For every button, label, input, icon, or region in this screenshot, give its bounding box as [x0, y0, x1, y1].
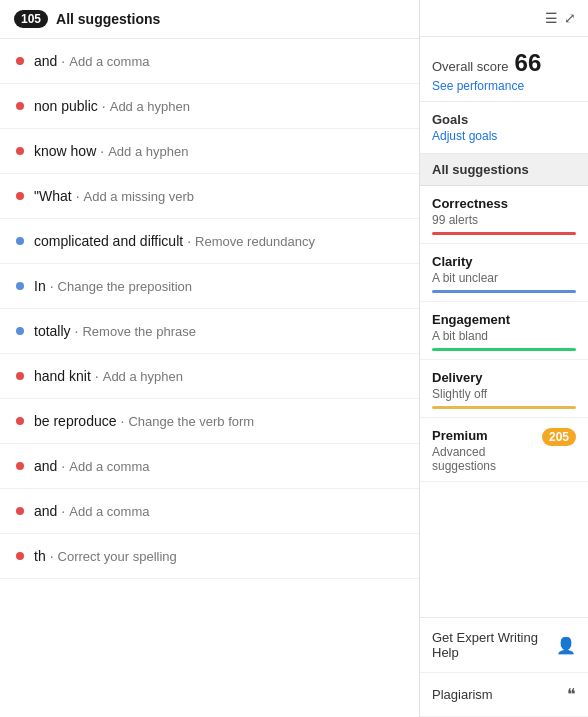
- bottom-icon: ❝: [567, 685, 576, 704]
- suggestion-item[interactable]: and·Add a comma: [0, 444, 419, 489]
- left-panel: 105 All suggestions and·Add a commanon p…: [0, 0, 420, 717]
- overall-score-label: Overall score: [432, 59, 509, 74]
- category-sub: 99 alerts: [432, 213, 576, 227]
- suggestion-item[interactable]: know how·Add a hyphen: [0, 129, 419, 174]
- suggestion-item[interactable]: non public·Add a hyphen: [0, 84, 419, 129]
- suggestion-text: complicated and difficult·Remove redunda…: [34, 233, 315, 249]
- suggestions-list: and·Add a commanon public·Add a hyphenkn…: [0, 39, 419, 717]
- bottom-item-get-expert-writing-help[interactable]: Get Expert Writing Help 👤: [420, 618, 588, 673]
- score-section: Overall score 66 See performance: [420, 37, 588, 102]
- category-progress-bar: [432, 406, 576, 409]
- suggestion-text: "What·Add a missing verb: [34, 188, 194, 204]
- suggestion-item[interactable]: and·Add a comma: [0, 39, 419, 84]
- category-delivery[interactable]: Delivery Slightly off: [420, 360, 588, 418]
- suggestion-text: hand knit·Add a hyphen: [34, 368, 183, 384]
- bottom-label: Plagiarism: [432, 687, 493, 702]
- left-header: 105 All suggestions: [0, 0, 419, 39]
- category-sub: A bit bland: [432, 329, 576, 343]
- suggestion-dot: [16, 552, 24, 560]
- expand-icon[interactable]: ⤢: [564, 10, 576, 26]
- suggestion-item[interactable]: "What·Add a missing verb: [0, 174, 419, 219]
- suggestion-dot: [16, 417, 24, 425]
- suggestion-dot: [16, 462, 24, 470]
- category-name: Correctness: [432, 196, 576, 211]
- suggestion-dot: [16, 327, 24, 335]
- suggestion-dot: [16, 102, 24, 110]
- category-progress-bar: [432, 348, 576, 351]
- suggestion-item[interactable]: be reproduce·Change the verb form: [0, 399, 419, 444]
- goals-section: Goals Adjust goals: [420, 102, 588, 154]
- right-header: ☰ ⤢: [420, 0, 588, 37]
- suggestions-count-badge: 105: [14, 10, 48, 28]
- category-clarity[interactable]: Clarity A bit unclear: [420, 244, 588, 302]
- suggestion-item[interactable]: and·Add a comma: [0, 489, 419, 534]
- suggestion-text: In·Change the preposition: [34, 278, 192, 294]
- suggestion-text: and·Add a comma: [34, 458, 149, 474]
- suggestion-text: totally·Remove the phrase: [34, 323, 196, 339]
- bottom-label: Get Expert Writing Help: [432, 630, 556, 660]
- premium-info: Premium Advanced suggestions: [432, 428, 538, 473]
- category-progress-bar: [432, 232, 576, 235]
- see-performance-link[interactable]: See performance: [432, 79, 576, 93]
- premium-badge: 205: [542, 428, 576, 446]
- suggestion-dot: [16, 507, 24, 515]
- adjust-goals-link[interactable]: Adjust goals: [432, 129, 576, 143]
- suggestion-dot: [16, 192, 24, 200]
- goals-label: Goals: [432, 112, 576, 127]
- suggestion-dot: [16, 147, 24, 155]
- suggestion-item[interactable]: In·Change the preposition: [0, 264, 419, 309]
- category-engagement[interactable]: Engagement A bit bland: [420, 302, 588, 360]
- categories-container: Correctness 99 alerts Clarity A bit uncl…: [420, 186, 588, 418]
- suggestion-dot: [16, 57, 24, 65]
- lines-icon[interactable]: ☰: [545, 10, 558, 26]
- overall-score-value: 66: [515, 49, 542, 77]
- premium-label: Premium: [432, 428, 538, 443]
- suggestion-dot: [16, 372, 24, 380]
- suggestion-text: know how·Add a hyphen: [34, 143, 188, 159]
- category-progress-bar: [432, 290, 576, 293]
- bottom-icon: 👤: [556, 636, 576, 655]
- suggestion-text: and·Add a comma: [34, 53, 149, 69]
- suggestion-text: th·Correct your spelling: [34, 548, 177, 564]
- suggestion-item[interactable]: hand knit·Add a hyphen: [0, 354, 419, 399]
- header-icons: ☰ ⤢: [545, 10, 576, 26]
- score-row: Overall score 66: [432, 49, 576, 77]
- suggestion-dot: [16, 282, 24, 290]
- bottom-section: Get Expert Writing Help 👤 Plagiarism ❝: [420, 617, 588, 717]
- category-name: Delivery: [432, 370, 576, 385]
- category-name: Engagement: [432, 312, 576, 327]
- suggestion-text: be reproduce·Change the verb form: [34, 413, 254, 429]
- category-sub: Slightly off: [432, 387, 576, 401]
- suggestion-item[interactable]: complicated and difficult·Remove redunda…: [0, 219, 419, 264]
- suggestion-text: and·Add a comma: [34, 503, 149, 519]
- suggestion-dot: [16, 237, 24, 245]
- category-correctness[interactable]: Correctness 99 alerts: [420, 186, 588, 244]
- category-name: Clarity: [432, 254, 576, 269]
- suggestion-item[interactable]: th·Correct your spelling: [0, 534, 419, 579]
- right-panel: ☰ ⤢ Overall score 66 See performance Goa…: [420, 0, 588, 717]
- bottom-item-plagiarism[interactable]: Plagiarism ❝: [420, 673, 588, 717]
- suggestion-text: non public·Add a hyphen: [34, 98, 190, 114]
- all-suggestions-tab[interactable]: All suggestions: [420, 154, 588, 186]
- category-sub: A bit unclear: [432, 271, 576, 285]
- left-header-title: All suggestions: [56, 11, 160, 27]
- premium-sub: Advanced suggestions: [432, 445, 538, 473]
- premium-section[interactable]: Premium Advanced suggestions 205: [420, 418, 588, 482]
- suggestion-item[interactable]: totally·Remove the phrase: [0, 309, 419, 354]
